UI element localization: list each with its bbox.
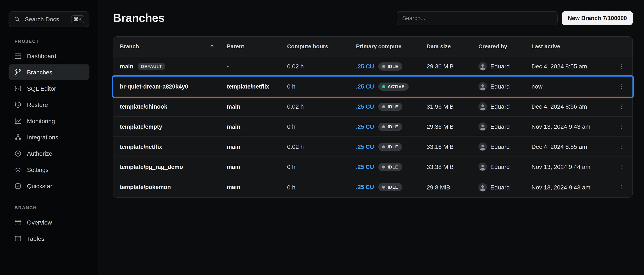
- last-active-cell: Dec 4, 2024 8:55 am: [532, 143, 612, 150]
- settings-gear-icon: [14, 166, 22, 173]
- sidebar-item-monitoring[interactable]: Monitoring: [8, 113, 90, 129]
- branch-cell: template/pokemon: [120, 184, 227, 190]
- sidebar-item-overview[interactable]: Overview: [8, 214, 90, 230]
- quickstart-check-icon: [14, 182, 22, 190]
- table-header-cell-primary-compute[interactable]: Primary compute: [356, 43, 426, 50]
- last-active-cell: Nov 13, 2024 9:44 am: [532, 163, 612, 170]
- primary-compute-cell: .25 CU IDLE: [356, 102, 426, 111]
- branch-cell: template/empty: [120, 123, 227, 130]
- table-header-cell-compute-hours[interactable]: Compute hours: [287, 43, 356, 50]
- created-by-cell: Eduard: [478, 183, 532, 191]
- sidebar-item-integrations[interactable]: Integrations: [8, 129, 90, 145]
- status-dot-icon: [382, 85, 385, 88]
- new-branch-button[interactable]: New Branch 7/100000: [562, 11, 633, 25]
- sidebar-item-label: Dashboard: [27, 52, 56, 59]
- status-dot-icon: [382, 105, 385, 108]
- created-by-cell: Eduard: [478, 163, 532, 171]
- branch-name: template/pg_rag_demo: [120, 164, 183, 170]
- sidebar-item-settings[interactable]: Settings: [8, 162, 90, 178]
- actions-cell: [612, 61, 626, 71]
- branch-cell: br-quiet-dream-a820k4y0: [120, 83, 227, 90]
- actions-cell: [612, 81, 626, 91]
- created-by-cell: Eduard: [478, 62, 532, 71]
- app-root: Search Docs ⌘K PROJECT Dashboard Branche…: [0, 0, 644, 275]
- row-menu-button[interactable]: [616, 102, 626, 111]
- sidebar-item-quickstart[interactable]: Quickstart: [8, 178, 90, 194]
- actions-cell: [612, 182, 626, 192]
- branch-cell: template/chinook: [120, 103, 227, 110]
- sidebar-nav-project: Dashboard Branches SQL Editor Restore Mo…: [8, 48, 90, 194]
- sidebar-item-dashboard[interactable]: Dashboard: [8, 48, 90, 64]
- row-menu-button[interactable]: [616, 182, 626, 192]
- table-row-br-quiet-dream[interactable]: br-quiet-dream-a820k4y0 template/netflix…: [114, 76, 632, 97]
- sidebar: Search Docs ⌘K PROJECT Dashboard Branche…: [0, 0, 98, 275]
- row-menu-button[interactable]: [616, 142, 626, 152]
- row-menu-button[interactable]: [616, 61, 626, 71]
- compute-hours-cell: 0.02 h: [287, 103, 356, 110]
- topbar: Branches New Branch 7/100000: [113, 11, 633, 25]
- compute-hours-cell: 0.02 h: [287, 143, 356, 150]
- sidebar-item-branches[interactable]: Branches: [8, 64, 90, 80]
- avatar: [478, 102, 487, 111]
- table-header-cell-created-by[interactable]: Created by: [478, 43, 532, 50]
- tables-icon: [14, 235, 22, 242]
- sidebar-item-label: SQL Editor: [27, 85, 56, 92]
- table-row-template-pg-rag-demo[interactable]: template/pg_rag_demo main 0 h .25 CU IDL…: [114, 157, 632, 177]
- data-size-cell: 33.16 MiB: [426, 143, 478, 150]
- actions-cell: [612, 102, 626, 111]
- created-by-cell: Eduard: [478, 142, 532, 151]
- compute-size: .25 CU: [356, 143, 374, 150]
- sidebar-item-restore[interactable]: Restore: [8, 97, 90, 112]
- sidebar-item-label: Overview: [27, 219, 52, 226]
- row-menu-button[interactable]: [616, 122, 626, 132]
- parent-cell: main: [227, 184, 287, 190]
- branch-name: main: [120, 63, 133, 69]
- actions-cell: [612, 122, 626, 132]
- branch-search: [397, 11, 558, 25]
- data-size-cell: 29.8 MiB: [426, 184, 478, 191]
- table-header-cell-branch[interactable]: Branch: [120, 43, 227, 50]
- restore-icon: [14, 101, 22, 108]
- sidebar-item-authorize[interactable]: Authorize: [8, 145, 90, 161]
- created-by-name: Eduard: [490, 143, 510, 150]
- sidebar-section-label-project: PROJECT: [14, 38, 90, 44]
- table-row-template-empty[interactable]: template/empty main 0 h .25 CU IDLE 29.3…: [114, 117, 632, 137]
- actions-cell: [612, 162, 626, 172]
- table-row-template-netflix[interactable]: template/netflix main 0.02 h .25 CU IDLE…: [114, 137, 632, 157]
- branch-search-input[interactable]: [397, 11, 558, 25]
- created-by-name: Eduard: [490, 83, 510, 90]
- compute-size: .25 CU: [356, 103, 374, 110]
- sidebar-item-label: Restore: [27, 101, 48, 108]
- table-header-cell-parent[interactable]: Parent: [227, 43, 287, 50]
- last-active-cell: Nov 13, 2024 9:43 am: [532, 184, 612, 191]
- table-row-main[interactable]: main DEFAULT - 0.02 h .25 CU IDLE 29.36 …: [114, 56, 632, 76]
- topbar-actions: New Branch 7/100000: [397, 11, 633, 25]
- sidebar-item-sql-editor[interactable]: SQL Editor: [8, 80, 90, 96]
- sidebar-item-tables[interactable]: Tables: [8, 231, 90, 246]
- status-dot-icon: [382, 65, 385, 68]
- table-row-template-pokemon[interactable]: template/pokemon main 0 h .25 CU IDLE 29…: [114, 177, 632, 197]
- compute-size: .25 CU: [356, 164, 374, 170]
- table-row-template-chinook[interactable]: template/chinook main 0.02 h .25 CU IDLE…: [114, 97, 632, 117]
- page-title: Branches: [113, 11, 164, 25]
- sidebar-item-label: Authorize: [27, 150, 52, 157]
- table-header-cell-data-size[interactable]: Data size: [426, 43, 478, 50]
- avatar: [478, 183, 487, 191]
- avatar: [478, 82, 487, 91]
- branch-name: template/chinook: [120, 103, 167, 110]
- row-menu-button[interactable]: [616, 162, 626, 172]
- status-badge: IDLE: [378, 102, 402, 111]
- search-icon: [14, 16, 20, 23]
- status-dot-icon: [382, 125, 385, 128]
- search-docs-button[interactable]: Search Docs ⌘K: [8, 11, 90, 27]
- sidebar-item-label: Tables: [27, 235, 44, 242]
- sidebar-nav-branch: Overview Tables: [8, 214, 90, 246]
- row-menu-button[interactable]: [616, 81, 626, 91]
- created-by-name: Eduard: [490, 163, 510, 170]
- compute-hours-cell: 0 h: [287, 83, 356, 90]
- table-header-cell-last-active[interactable]: Last active: [532, 43, 612, 50]
- primary-compute-cell: .25 CU IDLE: [356, 183, 426, 191]
- branches-icon: [14, 68, 22, 76]
- compute-hours-cell: 0.02 h: [287, 63, 356, 70]
- parent-cell: template/netflix: [227, 83, 287, 90]
